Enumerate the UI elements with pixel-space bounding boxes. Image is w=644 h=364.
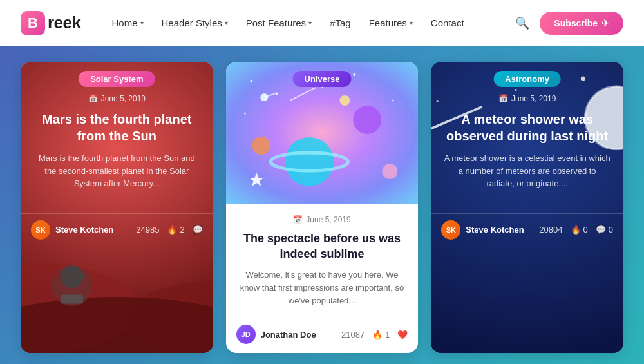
nav-tag[interactable]: #Tag [330,17,351,28]
chevron-down-icon: ▾ [140,19,144,26]
card-date: 📅 June 5, 2019 [239,215,406,224]
fire-icon: 🔥 [571,225,581,235]
subscribe-button[interactable]: Subscribe ✈ [540,12,623,35]
header: B reek Home ▾ Header Styles ▾ Post Featu… [0,0,644,46]
calendar-icon: 📅 [498,94,508,103]
heart-icon: ❤️ [397,330,408,340]
svg-point-3 [21,297,213,353]
svg-point-17 [285,137,334,186]
calendar-icon: 📅 [88,94,98,103]
card-desc: Welcome, it's great to have you here. We… [239,269,406,307]
header-actions: 🔍 Subscribe ✈ [515,12,623,35]
main-nav: Home ▾ Header Styles ▾ Post Features ▾ #… [112,17,516,28]
nav-header-styles[interactable]: Header Styles ▾ [162,17,228,28]
views-stat: 24985 [136,225,159,235]
logo[interactable]: B reek [21,11,81,35]
logo-text: reek [48,13,81,33]
svg-point-22 [382,164,397,179]
card-stats: 20804 🔥 0 💬 0 [539,225,613,235]
chevron-down-icon: ▾ [410,19,413,26]
chevron-down-icon: ▾ [225,19,228,26]
search-button[interactable]: 🔍 [515,16,529,30]
author-name: Jonathan Doe [261,330,316,340]
send-icon: ✈ [601,18,609,28]
main-content: Solar System 📅 June 5, 2019 Mars is the … [0,46,644,364]
cards-grid: Solar System 📅 June 5, 2019 Mars is the … [21,62,623,364]
avatar: SK [31,220,50,240]
calendar-icon: 📅 [293,215,303,224]
views-stat: 20804 [539,225,562,235]
card-title: The spectacle before us was indeed subli… [239,231,406,262]
likes-stat: 🔥 1 [372,330,390,340]
avatar: SK [441,220,460,240]
category-badge-astronomy: Astronomy [493,71,561,87]
card-desc: A meteor shower is a celestial event in … [444,152,611,190]
likes-stat: 🔥 2 [167,225,184,235]
chevron-down-icon: ▾ [308,19,312,26]
svg-point-12 [321,87,323,88]
fire-icon: 🔥 [372,330,383,340]
card-desc: Mars is the fourth planet from the Sun a… [33,152,200,190]
views-stat: 21087 [341,330,365,340]
author-name: Steve Kotchen [466,225,524,235]
nav-post-features[interactable]: Post Features ▾ [246,17,312,28]
card-footer: SK Steve Kotchen 20804 🔥 0 💬 [431,213,623,249]
svg-point-21 [252,137,270,155]
card-footer: JD Jonathan Doe 21087 🔥 1 ❤️ [226,318,419,353]
card-title: Mars is the fourth planet from the Sun [33,111,200,144]
card-mars[interactable]: Solar System 📅 June 5, 2019 Mars is the … [21,62,213,353]
nav-features[interactable]: Features ▾ [369,17,413,28]
nav-contact[interactable]: Contact [431,17,464,28]
avatar: JD [236,325,256,344]
author-name: Steve Kotchen [55,225,113,235]
svg-point-23 [339,95,350,106]
comments-stat: 💬 0 [596,225,613,235]
svg-point-5 [61,265,83,288]
likes-stat: 🔥 0 [571,225,588,235]
svg-point-8 [250,80,252,82]
card-date: 📅 June 5, 2019 [33,94,200,103]
card-footer: SK Steve Kotchen 24985 🔥 2 💬 [21,213,213,249]
card-stats: 21087 🔥 1 ❤️ [341,330,408,340]
fire-icon: 🔥 [167,225,177,235]
comment-icon: 💬 [596,225,606,235]
logo-icon: B [21,11,45,35]
svg-point-20 [353,106,381,134]
comment-icon: 💬 [193,225,203,235]
comments-stat: 💬 [193,225,203,235]
category-badge-solar: Solar System [79,71,155,87]
author-info: SK Steve Kotchen [441,220,524,240]
card-date: 📅 June 5, 2019 [444,94,611,103]
nav-home[interactable]: Home ▾ [112,17,144,28]
comments-stat: ❤️ [397,330,408,340]
card-astronomy[interactable]: Astronomy 📅 June 5, 2019 A meteor shower… [431,62,623,353]
category-badge-universe: Universe [293,71,352,87]
card-title: A meteor shower was observed during last… [444,111,611,144]
author-info: JD Jonathan Doe [236,325,316,344]
svg-rect-6 [61,295,83,304]
svg-point-11 [392,100,393,102]
card-stats: 24985 🔥 2 💬 [136,225,202,235]
author-info: SK Steve Kotchen [31,220,113,240]
card-universe[interactable]: Universe [226,62,419,353]
svg-point-13 [243,113,245,115]
svg-point-10 [353,73,355,76]
